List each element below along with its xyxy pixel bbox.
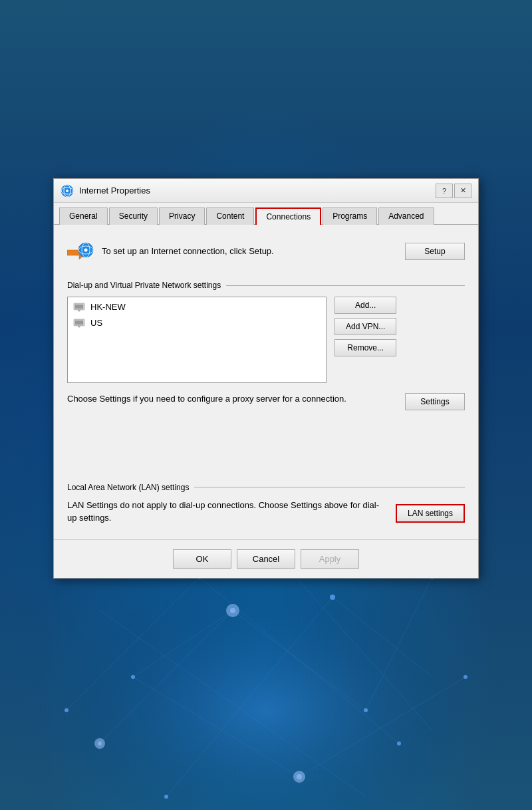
svg-point-38 [84, 249, 88, 252]
help-button[interactable]: ? [436, 184, 453, 198]
list-item[interactable]: US [69, 315, 325, 331]
vpn-buttons: Add... Add VPN... Remove... [334, 297, 396, 383]
svg-point-26 [94, 738, 105, 749]
setup-icon [67, 238, 94, 265]
tab-advanced[interactable]: Advanced [378, 207, 434, 225]
title-bar: Internet Properties ? ✕ [54, 179, 478, 203]
cancel-button[interactable]: Cancel [237, 549, 295, 569]
connections-content: To set up an Internet connection, click … [54, 225, 478, 539]
lan-section-header: Local Area Network (LAN) settings [67, 483, 465, 492]
vpn-section: HK-NEW US Add... Add [67, 297, 465, 383]
title-bar-controls: ? ✕ [436, 184, 471, 198]
svg-point-33 [66, 190, 68, 192]
tab-programs[interactable]: Programs [323, 207, 377, 225]
svg-rect-40 [75, 305, 83, 309]
remove-button[interactable]: Remove... [334, 339, 396, 356]
svg-point-27 [226, 604, 239, 617]
lan-label: Local Area Network (LAN) settings [67, 483, 194, 492]
ok-button[interactable]: OK [173, 549, 231, 569]
tab-content[interactable]: Content [206, 207, 254, 225]
dialog-title: Internet Properties [79, 186, 436, 196]
svg-point-23 [397, 742, 401, 745]
lan-description: LAN Settings do not apply to dial-up con… [67, 499, 396, 525]
svg-point-22 [65, 708, 68, 712]
setup-section: To set up an Internet connection, click … [67, 235, 465, 267]
add-button[interactable]: Add... [334, 297, 396, 314]
setup-description: To set up an Internet connection, click … [102, 245, 274, 257]
svg-point-25 [330, 595, 335, 600]
lan-section: Local Area Network (LAN) settings LAN Se… [67, 483, 465, 529]
network-icon-us [73, 317, 85, 329]
network-icon-hk [73, 301, 85, 313]
proxy-section: Choose Settings if you need to configure… [67, 392, 465, 411]
lan-divider [194, 487, 465, 487]
lan-settings-button[interactable]: LAN settings [396, 504, 465, 523]
tab-privacy[interactable]: Privacy [159, 207, 205, 225]
tab-connections[interactable]: Connections [255, 207, 321, 225]
svg-point-24 [164, 795, 168, 799]
tabs-bar: General Security Privacy Content Connect… [54, 203, 478, 225]
settings-button[interactable]: Settings [405, 393, 465, 410]
connections-listbox[interactable]: HK-NEW US [67, 297, 327, 383]
svg-rect-44 [75, 321, 83, 325]
dialup-divider [226, 285, 465, 286]
setup-button[interactable]: Setup [405, 243, 465, 260]
tab-general[interactable]: General [59, 207, 108, 225]
svg-point-28 [293, 771, 305, 783]
setup-left: To set up an Internet connection, click … [67, 238, 274, 265]
internet-properties-dialog: Internet Properties ? ✕ General Security… [53, 178, 479, 579]
apply-button[interactable]: Apply [301, 549, 359, 569]
svg-point-17 [131, 675, 135, 679]
proxy-row: Choose Settings if you need to configure… [67, 392, 465, 411]
spacer [67, 416, 465, 470]
dialup-label: Dial-up and Virtual Private Network sett… [67, 281, 226, 290]
list-item[interactable]: HK-NEW [69, 299, 325, 315]
close-button[interactable]: ✕ [454, 184, 471, 198]
add-vpn-button[interactable]: Add VPN... [334, 318, 396, 335]
bottom-bar: OK Cancel Apply [54, 539, 478, 578]
dialup-section-header: Dial-up and Virtual Private Network sett… [67, 281, 465, 290]
proxy-text: Choose Settings if you need to configure… [67, 392, 346, 406]
lan-row: LAN Settings do not apply to dial-up con… [67, 499, 465, 529]
svg-point-19 [464, 675, 467, 679]
dialup-section: Dial-up and Virtual Private Network sett… [67, 281, 465, 411]
ie-title-icon [61, 184, 74, 198]
svg-point-15 [364, 708, 368, 712]
tab-security[interactable]: Security [109, 207, 158, 225]
